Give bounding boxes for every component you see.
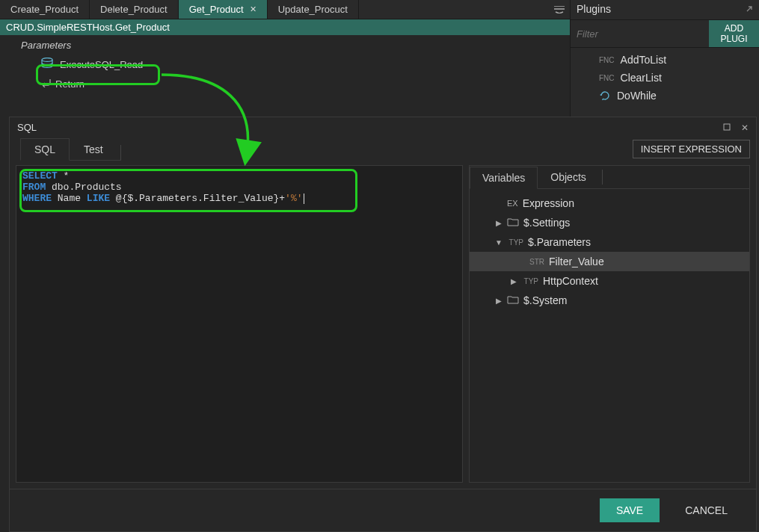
editor-tab-bar: Create_Product Delete_Product Get_Produc… <box>0 0 570 19</box>
tab-label: Get_Product <box>189 4 244 15</box>
plugin-item-addtolist[interactable]: FNC AddToList <box>599 51 759 69</box>
plugin-list: FNC AddToList FNC ClearList DoWhile <box>571 48 759 108</box>
cancel-button[interactable]: CANCEL <box>669 498 744 522</box>
pop-out-icon[interactable] <box>746 3 753 15</box>
sql-code-editor[interactable]: SELECT * FROM dbo.Products WHERE Name LI… <box>16 165 463 483</box>
var-label: $.Parameters <box>528 236 591 248</box>
expression-icon: EX <box>507 199 518 208</box>
sql-keyword: SELECT <box>22 170 58 182</box>
sql-text: Name <box>52 193 87 204</box>
text-caret <box>304 194 304 204</box>
tab-test[interactable]: Test <box>70 138 117 160</box>
close-icon[interactable]: ✕ <box>741 123 749 133</box>
plugins-filter-input[interactable] <box>571 20 709 47</box>
tab-get-product[interactable]: Get_Product ✕ <box>179 0 268 19</box>
sql-keyword: WHERE <box>22 193 52 204</box>
tab-label: Update_Procuct <box>278 4 348 15</box>
var-label: HttpContext <box>543 275 598 287</box>
var-expression[interactable]: EX Expression <box>470 194 749 213</box>
plugins-title: Plugins <box>577 3 611 15</box>
breadcrumb: CRUD.SimpleRESTHost.Get_Product <box>0 19 570 35</box>
svg-rect-1 <box>724 124 730 130</box>
tab-create-product[interactable]: Create_Product <box>0 0 90 19</box>
var-label: $.System <box>523 294 567 306</box>
tab-update-product[interactable]: Update_Procuct <box>268 0 359 19</box>
variables-tree: EX Expression ▶ $.Settings ▼ TYP $.Param… <box>470 189 749 482</box>
plugin-label: ClearList <box>621 72 662 84</box>
var-http-context[interactable]: ▶ TYP HttpContext <box>470 271 749 291</box>
var-label: Expression <box>523 197 574 209</box>
insert-expression-button[interactable]: INSERT EXPRESSION <box>633 140 750 158</box>
type-tag: STR <box>528 258 544 266</box>
var-label: Filter_Value <box>549 256 604 267</box>
plugin-item-clearlist[interactable]: FNC ClearList <box>599 69 759 87</box>
plugin-item-dowhile[interactable]: DoWhile <box>599 87 759 105</box>
plugin-tag: FNC <box>599 56 615 64</box>
tree-parameters[interactable]: Parameters <box>0 37 570 53</box>
tab-sql[interactable]: SQL <box>20 138 70 161</box>
save-button[interactable]: SAVE <box>600 498 660 522</box>
var-system[interactable]: ▶ $.System <box>470 291 749 310</box>
tab-label: Create_Product <box>10 4 79 15</box>
folder-icon <box>507 217 519 229</box>
sql-keyword: LIKE <box>87 193 110 204</box>
svg-point-0 <box>42 58 52 61</box>
add-plugin-button[interactable]: ADD PLUGI <box>709 20 759 47</box>
dialog-footer: SAVE CANCEL <box>10 489 756 531</box>
highlight-exec-box <box>36 64 160 85</box>
sql-string: '%' <box>285 193 302 204</box>
var-filter-value[interactable]: STR Filter_Value <box>470 252 749 271</box>
dialog-title: SQL <box>17 122 37 133</box>
tab-variables[interactable]: Variables <box>470 167 538 189</box>
tab-delete-product[interactable]: Delete_Product <box>90 0 179 19</box>
close-icon[interactable]: ✕ <box>250 4 256 14</box>
tab-objects[interactable]: Objects <box>538 166 598 188</box>
type-tag: TYP <box>522 277 538 285</box>
var-label: $.Settings <box>523 217 570 229</box>
sql-text: @{$.Parameters.Filter_Value}+ <box>110 193 285 204</box>
sql-dialog: SQL ✕ SQL Test INSERT EXPRESSION SELECT … <box>9 117 757 532</box>
var-parameters[interactable]: ▼ TYP $.Parameters <box>470 232 749 252</box>
tab-label: Delete_Product <box>100 4 168 15</box>
var-settings[interactable]: ▶ $.Settings <box>470 213 749 232</box>
plugin-tag: FNC <box>599 74 615 82</box>
sql-text: * <box>58 170 70 182</box>
sql-dialog-tabs: SQL Test <box>20 137 121 161</box>
sql-text: dbo.Products <box>46 182 121 193</box>
plugins-panel: Plugins ADD PLUGI FNC AddToList FNC Clea… <box>570 0 759 121</box>
loop-icon <box>599 90 611 102</box>
tab-overflow-icon[interactable] <box>549 0 570 19</box>
folder-icon <box>507 294 519 306</box>
plugin-label: AddToList <box>621 54 666 66</box>
plugin-label: DoWhile <box>617 90 657 102</box>
maximize-icon[interactable] <box>723 123 731 133</box>
sql-keyword: FROM <box>22 182 46 193</box>
variables-panel: Variables Objects EX Expression ▶ $.Sett… <box>469 165 750 483</box>
type-tag: TYP <box>507 238 523 247</box>
